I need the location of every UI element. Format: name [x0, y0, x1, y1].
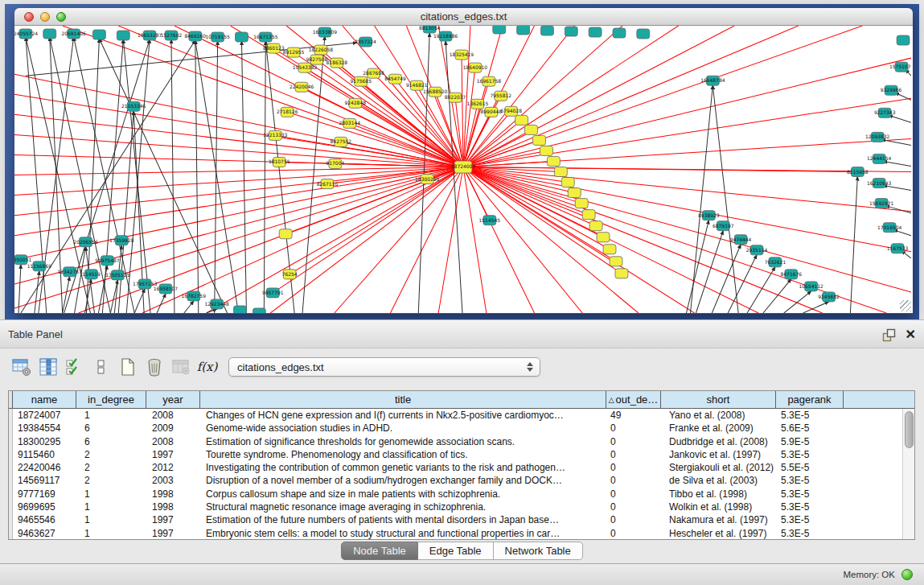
network-svg[interactable]: 1830029588601238912955182260589827508818… — [14, 26, 911, 313]
graph-node[interactable]: 9857791 — [262, 288, 284, 298]
graph-node[interactable]: 8813054 — [419, 26, 441, 33]
scrollbar-thumb[interactable] — [905, 411, 914, 448]
table-row[interactable]: 977716911998Corpus callosum shape and si… — [9, 488, 914, 501]
graph-node[interactable] — [236, 32, 248, 42]
graph-node[interactable]: 1167533 — [887, 244, 909, 253]
graph-node[interactable]: 8454749 — [384, 74, 406, 84]
graph-node[interactable] — [897, 35, 910, 45]
graph-node[interactable]: 18640910 — [463, 63, 488, 72]
graph-node[interactable] — [533, 135, 546, 145]
graph-node[interactable]: 2803144 — [339, 118, 360, 128]
graph-node[interactable] — [597, 233, 610, 242]
tab-network-table[interactable]: Network Table — [494, 542, 583, 560]
graph-node[interactable]: 9329966 — [881, 85, 902, 95]
table-row[interactable]: 1830029562008Estimation of significance … — [9, 435, 914, 448]
float-panel-icon[interactable] — [882, 328, 896, 342]
graph-node[interactable] — [279, 229, 292, 239]
graph-node[interactable]: 8938923 — [698, 211, 720, 220]
function-builder-button[interactable]: f(x) — [194, 354, 220, 380]
graph-node[interactable]: 8267110 — [317, 179, 339, 189]
show-columns-button[interactable] — [35, 354, 61, 380]
graph-node[interactable]: 20691406 — [61, 29, 86, 39]
delete-column-button[interactable] — [141, 354, 167, 380]
graph-node[interactable]: 76254 — [282, 270, 298, 279]
graph-node[interactable]: 917004 — [326, 159, 344, 168]
graph-node[interactable]: 16961758 — [477, 76, 502, 86]
table-row[interactable]: 946362711997Embryonic stem cells: a mode… — [9, 527, 914, 540]
graph-node[interactable] — [540, 26, 553, 35]
graph-node[interactable]: 7955812 — [490, 91, 511, 101]
tab-node-table[interactable]: Node Table — [341, 542, 418, 560]
delete-table-button-disabled[interactable] — [167, 354, 194, 380]
graph-node[interactable]: 8990448 — [481, 107, 503, 117]
graph-node[interactable]: 20206556 — [73, 237, 98, 247]
graph-node[interactable] — [637, 29, 650, 39]
graph-node[interactable] — [575, 199, 588, 208]
create-column-button[interactable] — [114, 354, 141, 380]
graph-node[interactable] — [43, 29, 56, 39]
graph-node[interactable] — [515, 115, 528, 125]
graph-node[interactable]: 18325419 — [450, 50, 474, 60]
column-header-pagerank[interactable]: pagerank — [776, 391, 844, 409]
graph-node[interactable] — [568, 188, 581, 198]
window-titlebar[interactable]: citations_edges.txt — [14, 8, 913, 26]
graph-node[interactable]: 12213333 — [263, 130, 288, 140]
graph-node[interactable] — [525, 125, 538, 134]
graph-node[interactable] — [603, 245, 616, 254]
column-header-year[interactable]: year — [146, 391, 200, 409]
graph-node[interactable]: 17359928 — [109, 236, 134, 245]
close-window-button[interactable] — [24, 12, 34, 22]
graph-node[interactable]: 17016504 — [877, 223, 902, 233]
graph-node[interactable]: 6794028 — [500, 106, 522, 116]
column-header-out-de-[interactable]: △out_de… — [606, 391, 661, 409]
table-row[interactable]: 969969511998Structural magnetic resonanc… — [9, 501, 914, 513]
graph-node[interactable]: 1810755 — [269, 157, 290, 167]
graph-node[interactable] — [565, 27, 577, 36]
graph-node[interactable]: 10543382 — [293, 63, 318, 72]
graph-node[interactable] — [493, 26, 506, 34]
graph-node[interactable]: 18226058 — [309, 45, 334, 55]
graph-node[interactable]: 24055724 — [14, 29, 38, 39]
graph-node[interactable]: 7632621 — [765, 257, 786, 267]
graph-node[interactable]: 9474444 — [730, 235, 752, 245]
graph-node[interactable]: 22420046 — [290, 82, 314, 92]
graph-node[interactable] — [540, 146, 552, 155]
table-selector-dropdown[interactable]: citations_edges.txt — [228, 357, 540, 377]
graph-node[interactable]: 8822037 — [445, 93, 466, 102]
network-canvas[interactable]: 1830029588601238912955182260589827508818… — [14, 26, 913, 313]
graph-node[interactable]: 9175685 — [350, 76, 372, 86]
graph-node[interactable] — [561, 178, 574, 187]
graph-node[interactable]: 10653287 — [138, 31, 162, 40]
graph-node[interactable]: 2935114 — [746, 245, 768, 255]
graph-node[interactable]: 15751074 — [889, 62, 911, 72]
graph-node[interactable]: 19218986 — [433, 31, 458, 41]
table-row[interactable]: 1872400712008Changes of HCN gene express… — [9, 409, 914, 422]
graph-node[interactable]: 7857224 — [355, 37, 376, 47]
graph-node[interactable]: 9245652 — [818, 292, 840, 302]
graph-node[interactable] — [615, 269, 628, 278]
graph-node[interactable]: 21053346 — [121, 101, 146, 111]
graph-node[interactable]: 8186328 — [326, 58, 348, 68]
select-all-button[interactable] — [61, 354, 88, 380]
graph-node[interactable]: 12342757 — [57, 267, 82, 277]
column-header-in-degree[interactable]: in_degree — [76, 391, 146, 409]
graph-node[interactable]: 1527602 — [161, 31, 183, 40]
table-row[interactable]: 946554611997Estimation of the future num… — [9, 513, 914, 526]
zoom-window-button[interactable] — [56, 12, 66, 22]
minimize-window-button[interactable] — [40, 12, 50, 22]
graph-node[interactable] — [547, 156, 560, 166]
graph-node[interactable]: 16782759 — [182, 291, 207, 301]
table-mode-button[interactable] — [8, 354, 35, 380]
tab-edge-table[interactable]: Edge Table — [418, 542, 494, 560]
graph-node[interactable]: 16033809 — [313, 27, 338, 37]
graph-node[interactable] — [92, 30, 105, 39]
graph-hub-node[interactable]: 18724007 — [451, 161, 476, 173]
graph-node[interactable] — [582, 210, 595, 220]
graph-node[interactable]: 2718126 — [277, 107, 298, 117]
row-height-button[interactable] — [88, 354, 114, 380]
graph-node[interactable] — [613, 28, 626, 38]
column-header-title[interactable]: title — [200, 391, 606, 409]
graph-node[interactable]: 10719155 — [205, 32, 230, 42]
graph-node[interactable]: 16671355 — [253, 32, 278, 42]
graph-node[interactable] — [589, 221, 602, 231]
